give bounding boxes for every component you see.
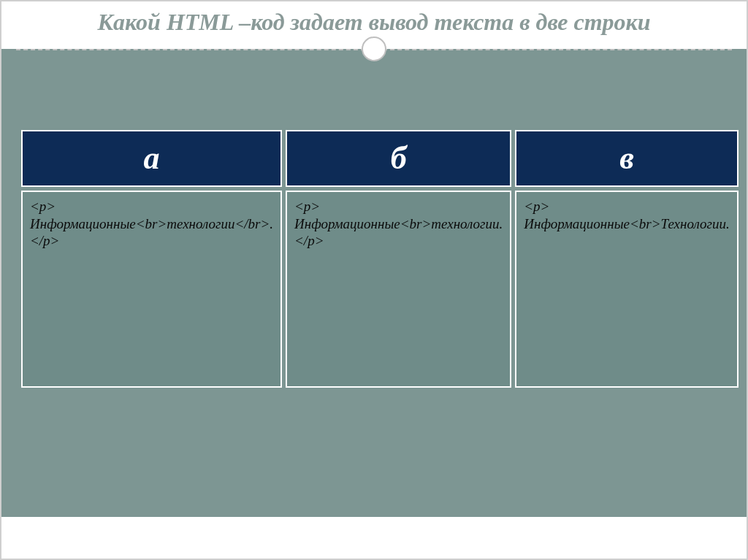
circle-ornament <box>362 37 386 61</box>
slide: Какой HTML –код задает вывод текста в дв… <box>0 0 748 560</box>
options-table: а б в <p> Информационные<br>технологии</… <box>18 126 742 391</box>
content-area: а б в <p> Информационные<br>технологии</… <box>1 49 747 517</box>
option-cell-b: <p> Информационные<br>технологии. </p> <box>286 191 511 388</box>
table-row: <p> Информационные<br>технологии</br>. <… <box>21 191 739 388</box>
option-header-b: б <box>286 130 511 187</box>
option-header-c: в <box>515 130 738 187</box>
option-cell-c: <p> Информационные<br>Технологии. <box>515 191 738 388</box>
cell-text: <p> Информационные<br>технологии</br>. <… <box>30 199 273 249</box>
cell-text: <p> Информационные<br>Технологии. <box>524 199 729 231</box>
cell-text: <p> Информационные<br>технологии. </p> <box>294 199 503 249</box>
table-header-row: а б в <box>21 130 739 187</box>
header-area: Какой HTML –код задает вывод текста в дв… <box>1 1 747 49</box>
option-header-a: а <box>21 130 282 187</box>
option-cell-a: <p> Информационные<br>технологии</br>. <… <box>21 191 282 388</box>
